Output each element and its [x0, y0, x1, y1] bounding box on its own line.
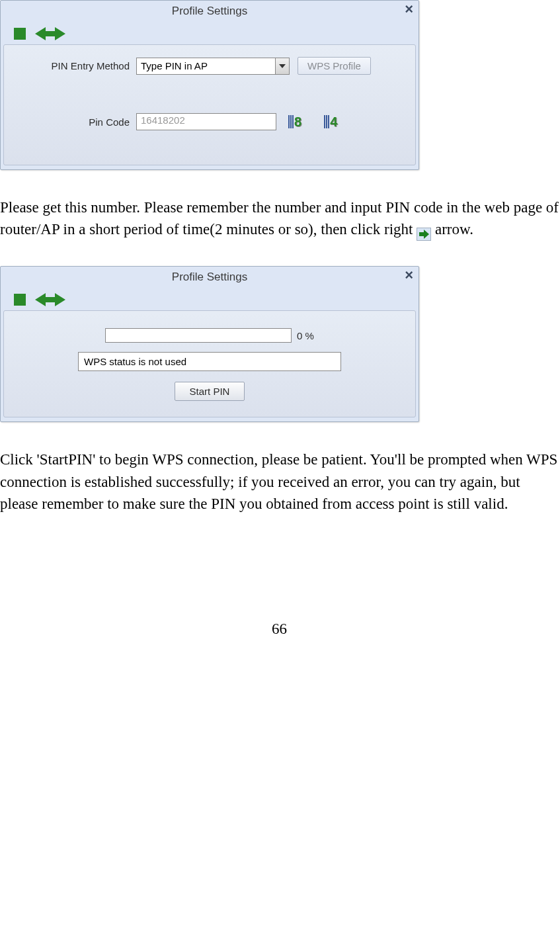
forward-arrow-icon[interactable]: [55, 27, 65, 40]
progress-percent-label: 0 %: [297, 330, 314, 341]
dialog-body: PIN Entry Method Type PIN in AP WPS Prof…: [3, 44, 416, 165]
pin-entry-method-label: PIN Entry Method: [11, 60, 132, 71]
wps-status-text: WPS status is not used: [78, 352, 341, 371]
back-arrow-icon[interactable]: [35, 293, 46, 306]
dialog-toolbar: [1, 22, 419, 43]
pin-code-row: Pin Code 16418202 8 4: [11, 113, 409, 130]
pin-code-input[interactable]: 16418202: [136, 113, 276, 130]
para1-text-b: arrow.: [435, 221, 473, 238]
dialog-toolbar: [1, 288, 419, 309]
dialog-title: Profile Settings: [172, 271, 247, 284]
close-icon[interactable]: ×: [405, 268, 413, 282]
page-number: 66: [0, 621, 559, 638]
pin-entry-method-combobox[interactable]: Type PIN in AP: [136, 58, 290, 75]
dialog-body: 0 % WPS status is not used Start PIN: [3, 310, 416, 417]
profile-settings-dialog-2: Profile Settings × 0 % WPS status is not…: [0, 266, 419, 422]
pin-code-label: Pin Code: [11, 116, 132, 128]
start-pin-button[interactable]: Start PIN: [175, 382, 245, 401]
forward-arrow-icon[interactable]: [55, 293, 65, 306]
renew-pin-8-icon[interactable]: 8: [288, 114, 301, 130]
instruction-paragraph-2: Click 'StartPIN' to begin WPS connection…: [0, 449, 559, 515]
dialog-title-bar: Profile Settings ×: [1, 267, 419, 288]
back-arrow-icon[interactable]: [35, 27, 46, 40]
instruction-paragraph-1: Please get this number. Please remember …: [0, 196, 559, 241]
progress-row: 0 %: [11, 328, 409, 343]
pin-entry-method-value: Type PIN in AP: [137, 58, 275, 74]
dialog-title-bar: Profile Settings ×: [1, 1, 419, 22]
chevron-down-icon[interactable]: [275, 58, 289, 74]
stop-icon[interactable]: [14, 28, 26, 40]
para1-text-a: Please get this number. Please remember …: [0, 199, 559, 238]
profile-settings-dialog-1: Profile Settings × PIN Entry Method Type…: [0, 0, 419, 170]
stop-icon[interactable]: [14, 294, 26, 306]
renew-pin-4-icon[interactable]: 4: [324, 114, 337, 130]
dialog-title: Profile Settings: [172, 5, 247, 18]
right-arrow-icon: [417, 228, 431, 241]
pin-entry-method-row: PIN Entry Method Type PIN in AP WPS Prof…: [11, 57, 409, 75]
close-icon[interactable]: ×: [405, 2, 413, 17]
wps-profile-button[interactable]: WPS Profile: [298, 57, 371, 75]
progress-bar: [105, 328, 292, 343]
